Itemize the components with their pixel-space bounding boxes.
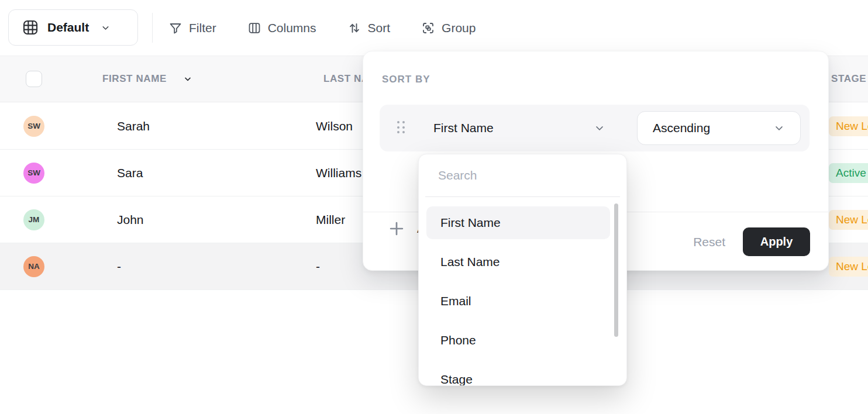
last-name-cell: Miller [316, 196, 345, 243]
select-all-checkbox[interactable] [26, 71, 42, 87]
stage-badge: New Lead [829, 116, 868, 136]
drag-handle-icon[interactable] [397, 121, 405, 133]
group-button[interactable]: Group [421, 21, 476, 35]
first-name-cell: Sarah [117, 103, 150, 149]
group-label: Group [442, 21, 476, 35]
column-header-first-name[interactable]: FIRST NAME [102, 56, 192, 102]
dropdown-option[interactable]: Stage [426, 363, 610, 386]
last-name-cell: - [316, 243, 320, 289]
sort-direction-select[interactable]: Ascending [637, 111, 801, 145]
avatar-cell: SW [23, 103, 44, 149]
sorted-column-chevron-icon [183, 74, 192, 84]
chevron-down-icon [101, 23, 111, 33]
avatar: JM [23, 209, 44, 230]
last-name-cell: Williams [316, 150, 361, 196]
dropdown-option[interactable]: Last Name [426, 246, 610, 278]
filter-button[interactable]: Filter [168, 21, 216, 35]
first-name-cell: Sara [117, 150, 143, 196]
filter-icon [168, 21, 182, 35]
toolbar-actions: Filter Columns Sort [168, 0, 476, 56]
search-input[interactable] [419, 154, 626, 196]
toolbar: Default Filter [0, 0, 868, 56]
avatar-cell: JM [23, 196, 44, 243]
stage-cell: New Lead [829, 196, 868, 243]
dropdown-scrollbar[interactable] [614, 203, 618, 337]
stage-badge: New Lead [829, 257, 868, 277]
avatar-cell: SW [23, 150, 44, 196]
sort-panel-title: SORT BY [382, 74, 430, 85]
toolbar-divider [152, 13, 153, 43]
columns-label: Columns [268, 21, 316, 35]
view-selector-label: Default [47, 20, 89, 34]
view-selector-button[interactable]: Default [8, 9, 138, 46]
sort-label: Sort [368, 21, 391, 35]
chevron-down-icon [773, 122, 785, 134]
first-name-cell: - [117, 243, 121, 289]
dropdown-option[interactable]: First Name [426, 206, 610, 239]
dropdown-option-list: First Name Last Name Email Phone Stage [426, 206, 610, 386]
apply-button[interactable]: Apply [743, 227, 810, 256]
columns-icon [247, 21, 261, 35]
reset-button[interactable]: Reset [693, 235, 725, 249]
filter-label: Filter [189, 21, 216, 35]
first-name-cell: John [117, 196, 144, 243]
sort-arrows-icon [347, 21, 361, 35]
avatar: SW [23, 163, 44, 184]
avatar-cell: NA [23, 243, 44, 289]
sort-field-dropdown: First Name Last Name Email Phone Stage [418, 154, 627, 386]
avatar: SW [23, 116, 44, 137]
search-divider [425, 196, 620, 197]
sort-rule-row: First Name Ascending [380, 105, 810, 151]
dropdown-option[interactable]: Email [426, 285, 610, 318]
column-header-stage[interactable]: STAGE [831, 56, 866, 102]
chevron-down-icon [594, 122, 605, 134]
stage-cell: New Lead [829, 103, 868, 149]
group-icon [421, 21, 435, 35]
stage-badge: Active [829, 163, 868, 183]
crm-table-view: Default Filter [0, 0, 868, 414]
dropdown-option[interactable]: Phone [426, 324, 610, 357]
avatar: NA [23, 256, 44, 277]
stage-cell: New Lead [829, 243, 868, 289]
dropdown-search [419, 154, 626, 197]
table-view-icon [22, 19, 39, 36]
sort-field-select[interactable]: First Name [433, 105, 494, 151]
last-name-cell: Wilson [316, 103, 353, 149]
sort-button[interactable]: Sort [347, 21, 391, 35]
stage-cell: Active [829, 150, 868, 196]
stage-badge: New Lead [829, 210, 868, 230]
columns-button[interactable]: Columns [247, 21, 316, 35]
